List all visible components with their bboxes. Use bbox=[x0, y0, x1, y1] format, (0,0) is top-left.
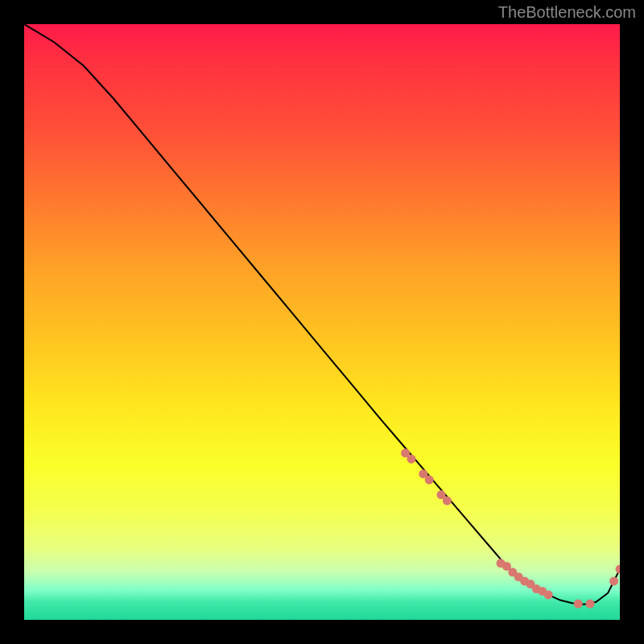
gradient-background bbox=[24, 24, 620, 620]
plot-area bbox=[24, 24, 620, 620]
watermark-text: TheBottleneck.com bbox=[498, 3, 636, 22]
